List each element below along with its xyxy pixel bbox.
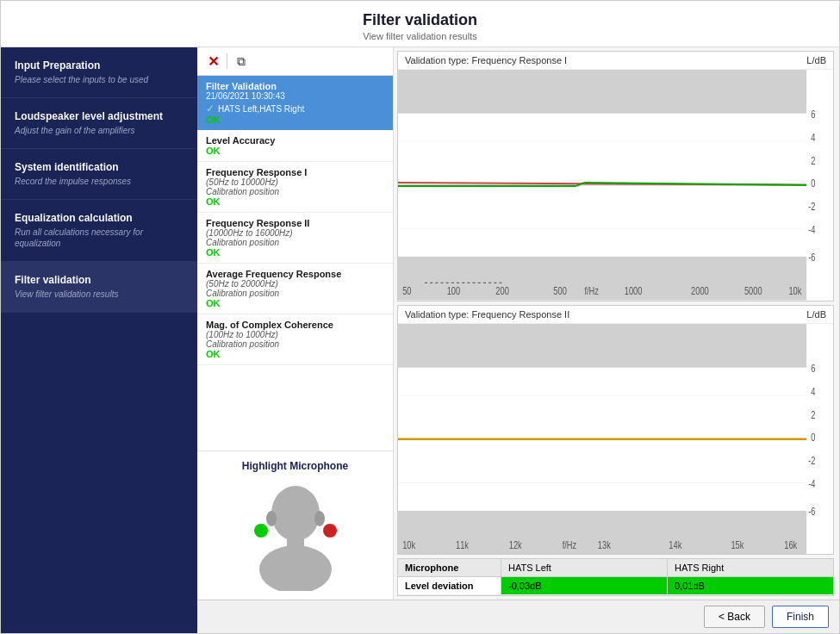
svg-text:4: 4	[811, 132, 815, 143]
check-icon: ✓	[206, 103, 215, 115]
chart1-unit: L/dB	[806, 55, 826, 65]
svg-text:200: 200	[495, 285, 508, 296]
head-silhouette-svg	[244, 479, 347, 591]
bottom-bar: < Back Finish	[197, 600, 839, 633]
svg-point-0	[271, 486, 320, 541]
svg-rect-7	[398, 70, 806, 114]
svg-text:0: 0	[811, 432, 815, 443]
list-item-level-accuracy[interactable]: Level Accuracy OK	[197, 130, 393, 162]
chart1-title: Validation type: Frequency Response I	[405, 55, 567, 65]
back-button[interactable]: < Back	[704, 606, 765, 628]
svg-text:-2: -2	[808, 454, 815, 465]
svg-text:13k: 13k	[598, 538, 611, 550]
toolbar-divider	[227, 53, 227, 69]
svg-text:-2: -2	[808, 201, 815, 212]
copy-icon: ⧉	[237, 54, 246, 69]
sidebar: Input Preparation Please select the inpu…	[1, 47, 197, 633]
delete-button[interactable]: ✕	[204, 53, 221, 70]
svg-text:500: 500	[553, 285, 566, 296]
chart2-unit: L/dB	[806, 309, 826, 320]
svg-text:10k: 10k	[402, 538, 415, 550]
svg-text:4: 4	[811, 385, 815, 396]
list-items: Filter Validation 21/06/2021 10:30:43 ✓ …	[197, 76, 393, 451]
svg-text:15k: 15k	[731, 538, 744, 550]
table-header-hats-right: HATS Right	[668, 559, 833, 576]
svg-text:11k: 11k	[456, 538, 469, 550]
list-item-complex-coherence[interactable]: Mag. of Complex Coherence (100Hz to 1000…	[197, 314, 393, 365]
chart2-header: Validation type: Frequency Response II L…	[398, 306, 833, 324]
list-main-item[interactable]: Filter Validation 21/06/2021 10:30:43 ✓ …	[197, 76, 393, 130]
table-cell-left-value: -0,03dB	[501, 577, 668, 594]
list-item-freq-response-i[interactable]: Frequency Response I (50Hz to 10000Hz) C…	[197, 162, 393, 213]
table-cell-right-value: 0,01dB	[668, 577, 833, 594]
svg-text:1000: 1000	[625, 285, 643, 296]
svg-text:10k: 10k	[788, 285, 801, 296]
copy-button[interactable]: ⧉	[233, 53, 250, 70]
svg-point-5	[254, 524, 268, 538]
svg-text:-6: -6	[808, 252, 815, 263]
content-area: ✕ ⧉ Filter Validation 21/06/2021 10:30:4…	[197, 47, 839, 633]
table-header-microphone: Microphone	[398, 559, 501, 576]
svg-point-4	[314, 511, 325, 526]
list-item-avg-freq-response[interactable]: Average Frequency Response (50Hz to 2000…	[197, 264, 393, 314]
table-row: Level deviation -0,03dB 0,01dB	[398, 577, 833, 595]
chart-panel: Validation type: Frequency Response I L/…	[394, 47, 839, 600]
list-toolbar: ✕ ⧉	[197, 47, 393, 76]
svg-text:2: 2	[811, 408, 815, 420]
mic-panel: Highlight Microphone	[197, 451, 393, 600]
x-icon: ✕	[208, 53, 219, 70]
svg-text:2: 2	[811, 154, 815, 165]
svg-text:-4: -4	[808, 224, 815, 235]
svg-text:f/Hz: f/Hz	[584, 285, 598, 296]
svg-text:14k: 14k	[669, 538, 681, 550]
svg-point-2	[259, 545, 332, 591]
chart1-header: Validation type: Frequency Response I L/…	[398, 52, 833, 70]
chart1-svg: 50 100 200 500 f/Hz 1000 2000 5000 10k	[398, 70, 833, 301]
chart2-title: Validation type: Frequency Response II	[405, 309, 569, 320]
svg-text:-6: -6	[808, 505, 815, 516]
results-table: Microphone HATS Left HATS Right Level de…	[397, 558, 834, 596]
sidebar-item-equalization-calculation[interactable]: Equalization calculation Run all calcula…	[1, 200, 197, 262]
svg-text:50: 50	[402, 285, 411, 296]
sidebar-item-input-preparation[interactable]: Input Preparation Please select the inpu…	[1, 47, 197, 98]
sidebar-item-filter-validation[interactable]: Filter validation View filter validation…	[1, 262, 197, 313]
chart2-svg: 10k 11k 12k f/Hz 13k 14k 15k 16k 6 4	[398, 324, 833, 555]
svg-text:2000: 2000	[691, 285, 709, 296]
page-header: Filter validation View filter validation…	[1, 1, 839, 47]
svg-point-3	[266, 511, 277, 526]
table-header-row: Microphone HATS Left HATS Right	[398, 559, 833, 577]
sidebar-item-system-identification[interactable]: System identification Record the impulse…	[1, 149, 197, 200]
svg-text:f/Hz: f/Hz	[563, 538, 576, 550]
table-header-hats-left: HATS Left	[501, 559, 668, 576]
svg-text:0: 0	[811, 177, 815, 189]
page-subtitle: View filter validation results	[1, 31, 839, 41]
mic-figure	[206, 479, 384, 591]
svg-point-6	[323, 524, 337, 538]
svg-rect-34	[398, 324, 806, 368]
svg-text:16k: 16k	[784, 538, 797, 550]
svg-text:100: 100	[447, 285, 460, 296]
table-cell-label: Level deviation	[398, 577, 501, 594]
sidebar-item-loudspeaker-level[interactable]: Loudspeaker level adjustment Adjust the …	[1, 98, 197, 149]
page-title: Filter validation	[1, 11, 839, 29]
svg-text:-4: -4	[808, 477, 815, 488]
finish-button[interactable]: Finish	[772, 606, 829, 628]
list-item-freq-response-ii[interactable]: Frequency Response II (10000Hz to 16000H…	[197, 213, 393, 264]
svg-text:6: 6	[811, 109, 815, 120]
svg-text:5000: 5000	[744, 285, 762, 296]
svg-text:12k: 12k	[509, 538, 522, 550]
svg-text:6: 6	[811, 362, 815, 373]
list-panel: ✕ ⧉ Filter Validation 21/06/2021 10:30:4…	[197, 47, 394, 600]
